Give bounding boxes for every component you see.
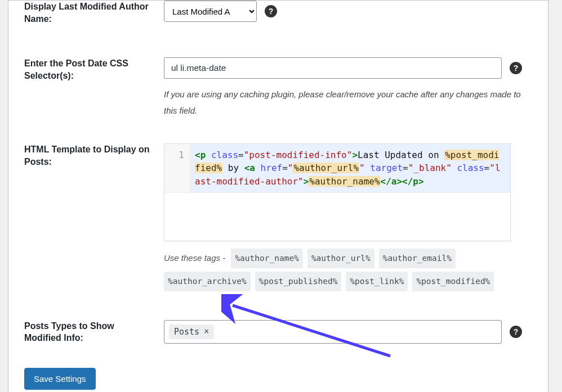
- help-icon[interactable]: ?: [510, 326, 522, 338]
- input-css-selector[interactable]: [164, 57, 502, 79]
- field-post-types: Posts Types to Show Modified Info: Posts…: [24, 320, 532, 344]
- template-tag-chip[interactable]: %author_url%: [307, 249, 374, 268]
- select-display-author[interactable]: Last Modified A: [164, 1, 257, 22]
- code-editor-html-template[interactable]: 1 <p class="post-modified-info">Last Upd…: [164, 143, 511, 241]
- label-display-author: Display Last Modified Author Name:: [24, 1, 164, 25]
- field-display-author: Display Last Modified Author Name: Last …: [24, 1, 532, 25]
- template-tag-chip[interactable]: %post_published%: [255, 272, 342, 291]
- template-tags-hint: Use these tags - %author_name%%author_ur…: [164, 247, 530, 293]
- post-type-token-label: Posts: [174, 327, 199, 337]
- save-settings-button[interactable]: Save Settings: [24, 368, 96, 390]
- input-post-types[interactable]: Posts×: [164, 320, 502, 344]
- code-gutter: 1: [164, 144, 190, 192]
- field-html-template: HTML Template to Display on Posts: 1 <p …: [24, 143, 532, 293]
- label-post-types: Posts Types to Show Modified Info:: [24, 320, 164, 344]
- template-tag-chip[interactable]: %author_email%: [379, 249, 456, 268]
- post-type-token: Posts×: [169, 325, 214, 339]
- template-tag-chip[interactable]: %post_link%: [346, 272, 408, 291]
- hint-css-selector: If you are using any caching plugin, ple…: [164, 87, 532, 119]
- help-icon[interactable]: ?: [510, 62, 522, 74]
- remove-token-icon[interactable]: ×: [204, 327, 209, 336]
- template-tag-chip[interactable]: %post_modified%: [412, 272, 494, 291]
- code-content[interactable]: <p class="post-modified-info">Last Updat…: [190, 144, 510, 192]
- label-html-template: HTML Template to Display on Posts:: [24, 143, 164, 168]
- template-tag-chip[interactable]: %author_name%: [231, 249, 303, 268]
- field-css-selector: Enter the Post Date CSS Selector(s): ? I…: [24, 57, 532, 119]
- template-tag-chip[interactable]: %author_archive%: [164, 272, 251, 291]
- help-icon[interactable]: ?: [265, 5, 277, 17]
- label-css-selector: Enter the Post Date CSS Selector(s):: [24, 57, 164, 82]
